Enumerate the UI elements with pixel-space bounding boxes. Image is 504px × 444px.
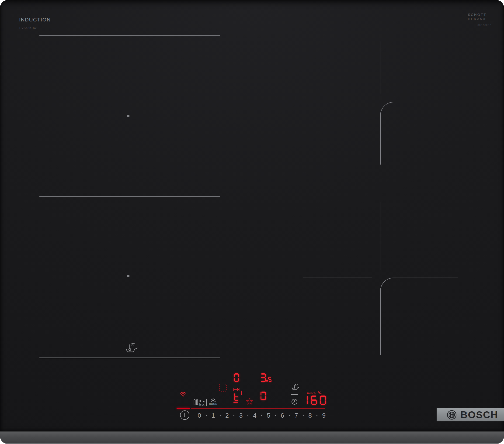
control-divider: [206, 399, 207, 406]
dot-separator: [234, 415, 234, 416]
left-zone-level-display: [234, 373, 239, 382]
ceramic-glass-surface: INDUCTION PVS63KHC1 SCHOTT CERAN® 900173…: [0, 0, 504, 431]
cooking-sensor-pan-icon: [290, 382, 299, 391]
power-level-9[interactable]: 9: [321, 412, 327, 419]
timer-value-display: [261, 392, 266, 400]
slider-track-bar: [191, 408, 325, 409]
bosch-induction-hob: INDUCTION PVS63KHC1 SCHOTT CERAN® 900173…: [0, 0, 504, 444]
sensor-temp-display: [302, 395, 326, 405]
bosch-brand-text: BOSCH: [460, 410, 498, 420]
arrow-to-bar-icon: [233, 388, 241, 392]
left-front-zone-center-dot: [127, 115, 129, 117]
schott-brand-line2: CERAN®: [468, 17, 486, 21]
right-zone-level-display: [260, 373, 271, 382]
flex-indicator-underline: [234, 402, 238, 403]
product-line-label: INDUCTION: [19, 17, 51, 23]
right-front-cross-corner: [380, 278, 458, 355]
front-metal-trim: [0, 431, 504, 444]
left-zone-bottom-line: [39, 358, 220, 358]
right-rear-cross-top-arm: [380, 41, 380, 94]
dot-separator: [317, 415, 317, 416]
glass-code-label: 9001739812: [477, 24, 491, 26]
power-icon[interactable]: [180, 410, 189, 420]
thermometer-icon: [240, 390, 243, 395]
temp-unit-label: °C: [318, 391, 322, 394]
boost-chevrons-icon[interactable]: [210, 398, 216, 402]
dot-separator: [248, 415, 248, 416]
dot-separator: [275, 415, 276, 416]
bosch-logo-icon: [447, 410, 457, 420]
power-level-slider[interactable]: 0123456789: [196, 412, 327, 419]
power-level-4[interactable]: 4: [252, 412, 258, 419]
timer-units-label: min:s: [307, 391, 316, 395]
right-rear-cross-left-arm: [318, 102, 372, 102]
dot-separator: [261, 415, 262, 416]
bosch-logo-band: BOSCH: [437, 408, 504, 421]
power-level-6[interactable]: 6: [279, 412, 286, 419]
left-zone-top-line: [39, 35, 220, 36]
flex-indicator-display: [234, 393, 239, 401]
power-level-2[interactable]: 2: [224, 412, 230, 419]
pan-detect-dashed-icon: [219, 384, 227, 392]
power-level-0[interactable]: 0: [196, 412, 202, 419]
power-level-5[interactable]: 5: [266, 412, 272, 419]
right-rear-cross-corner: [380, 102, 441, 165]
dot-separator: [289, 415, 290, 416]
power-level-3[interactable]: 3: [238, 412, 244, 419]
dot-separator: [206, 415, 207, 416]
dot-separator: [220, 415, 221, 416]
boost-label: BOOST: [209, 403, 219, 405]
left-rear-zone-center-dot: [127, 275, 129, 277]
right-front-cross-top-arm: [380, 202, 380, 270]
right-front-cross-left-arm: [303, 278, 372, 278]
power-level-1[interactable]: 1: [210, 412, 216, 419]
dot-separator: [303, 415, 304, 416]
wifi-icon: [180, 391, 187, 397]
lock-hold-label: 4sec: [198, 403, 205, 406]
key-lock-icon[interactable]: [198, 399, 205, 403]
cooking-sensor-icon: [123, 341, 138, 354]
left-zone-middle-line: [39, 196, 220, 197]
power-level-8[interactable]: 8: [307, 412, 313, 419]
clock-icon[interactable]: [291, 399, 298, 405]
star-icon[interactable]: ☆: [245, 397, 254, 406]
pause-icon[interactable]: [193, 399, 198, 406]
slider-active-segment: [177, 408, 190, 409]
power-level-7[interactable]: 7: [293, 412, 299, 419]
schott-brand-line1: SCHOTT: [468, 13, 486, 17]
model-number-label: PVS63KHC1: [19, 26, 38, 30]
sensor-underline: [291, 394, 298, 395]
